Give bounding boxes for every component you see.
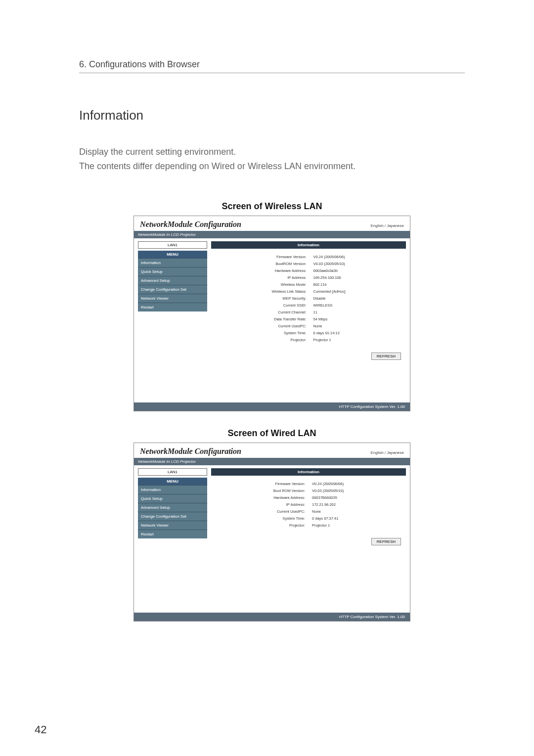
sidebar-item-network-viewer[interactable]: Network Viewer [138, 294, 207, 303]
divider [79, 73, 465, 73]
table-row: Projector:Projector 1 [268, 337, 348, 343]
sidebar-item-change-config[interactable]: Change Configuration Set [138, 512, 207, 521]
information-header: Information [211, 468, 406, 476]
info-value: Projector 1 [309, 522, 347, 528]
refresh-button[interactable]: REFRESH [371, 538, 401, 545]
info-value: V0.03 (2005/05/10) [310, 261, 348, 267]
info-label: Wireless Mode: [268, 281, 309, 287]
info-value: 54 Mbps [310, 316, 348, 322]
language-links[interactable]: English / Japanese [370, 223, 404, 228]
menu-header: MENU [138, 251, 207, 258]
info-label: WEP Security: [268, 295, 309, 301]
info-label: Hardware Address: [270, 494, 308, 500]
info-value: None [310, 323, 348, 329]
refresh-button[interactable]: REFRESH [371, 353, 401, 360]
breadcrumb: 6. Configurations with Browser [79, 59, 465, 70]
info-label: Hardware Address: [268, 267, 309, 273]
info-label: Current UsedPC: [270, 508, 308, 514]
language-links[interactable]: English / Japanese [370, 450, 404, 455]
table-row: Projector:Projector 1 [270, 522, 347, 528]
sidebar-item-quick-setup[interactable]: Quick Setup [138, 494, 207, 503]
table-row: BootROM Version:V0.03 (2005/05/10) [268, 261, 348, 267]
config-title: NetworkModule Configuration [140, 447, 241, 456]
info-value: 11 [310, 309, 348, 315]
info-table-wireless: Firmware Version:V0.24 (2005/06/06)BootR… [267, 253, 349, 344]
section-title: Information [79, 108, 465, 123]
config-title: NetworkModule Configuration [140, 220, 241, 229]
footer-version: HTTP Configuration System Ver. 1.00 [134, 613, 410, 621]
menu-header: MENU [138, 478, 207, 485]
table-row: Firmware Version:V0.24 (2005/06/06) [268, 254, 348, 260]
info-label: Wireless Link Status: [268, 288, 309, 294]
sidebar-item-information[interactable]: Information [138, 258, 207, 267]
info-label: Current SSID: [268, 302, 309, 308]
table-row: Wireless Mode:802.11b [268, 281, 348, 287]
info-label: Data Transfer Rate: [268, 316, 309, 322]
info-label: IP Address: [268, 274, 309, 280]
table-row: Data Transfer Rate:54 Mbps [268, 316, 348, 322]
info-label: System Time: [268, 330, 309, 336]
info-label: Current Channel: [268, 309, 309, 315]
info-label: Projector: [268, 337, 309, 343]
info-value: Disable [310, 295, 348, 301]
table-row: Hardware Address:0003aa0c0a3b [268, 267, 348, 273]
config-subtitle: NetworkModule In LCD Projector [134, 231, 410, 238]
table-row: Firmware Version:V0.24 (2005/06/06) [270, 481, 347, 487]
sidebar-item-change-config[interactable]: Change Configuration Set [138, 285, 207, 294]
info-value: None [309, 508, 347, 514]
sidebar: LAN1 MENU Information Quick Setup Advanc… [138, 241, 207, 398]
table-row: System Time:0 days 01:14:12 [268, 330, 348, 336]
lan-tab[interactable]: LAN1 [138, 468, 207, 476]
intro-line-2: The contents differ depending on Wired o… [79, 161, 465, 172]
table-row: Current UsedPC:None [270, 508, 347, 514]
info-value: 172.21.96.202 [309, 501, 347, 507]
info-label: Boot ROM Version: [270, 488, 308, 493]
table-row: IP Address:172.21.96.202 [270, 501, 347, 507]
footer-version: HTTP Configuration System Ver. 1.00 [134, 402, 410, 411]
config-subtitle: NetworkModule In LCD Projector [134, 458, 410, 465]
info-label: BootROM Version: [268, 261, 309, 267]
sidebar-item-restart[interactable]: Restart [138, 303, 207, 311]
sidebar: LAN1 MENU Information Quick Setup Advanc… [138, 468, 207, 608]
information-header: Information [211, 241, 406, 249]
info-value: 0 days 07:37:41 [309, 515, 347, 521]
info-value: 0003aa0c0a3b [310, 267, 348, 273]
info-value: 802.11b [310, 281, 348, 287]
screenshot-wired: NetworkModule Configuration English / Ja… [134, 443, 410, 622]
sidebar-item-advanced-setup[interactable]: Advanced Setup [138, 276, 207, 285]
table-row: System Time:0 days 07:37:41 [270, 515, 347, 521]
sidebar-item-restart[interactable]: Restart [138, 530, 207, 538]
info-value: 0 days 01:14:12 [310, 330, 348, 336]
info-value: 00037B060035 [309, 494, 347, 500]
info-value: 169.254.100.100 [310, 274, 348, 280]
intro-line-1: Display the current setting environment. [79, 147, 465, 157]
info-value: V0.24 (2005/06/06) [310, 254, 348, 260]
table-row: WEP Security:Disable [268, 295, 348, 301]
info-table-wired: Firmware Version:V0.24 (2005/06/06)Boot … [269, 480, 348, 529]
info-value: Projector 1 [310, 337, 348, 343]
lan-tab[interactable]: LAN1 [138, 241, 207, 249]
sidebar-item-advanced-setup[interactable]: Advanced Setup [138, 503, 207, 512]
table-row: Current UsedPC:None [268, 323, 348, 329]
sidebar-item-network-viewer[interactable]: Network Viewer [138, 521, 207, 530]
table-row: IP Address:169.254.100.100 [268, 274, 348, 280]
sidebar-item-quick-setup[interactable]: Quick Setup [138, 267, 207, 276]
info-label: Firmware Version: [268, 254, 309, 260]
table-row: Current SSID:WIRELESS [268, 302, 348, 308]
table-row: Wireless Link Status:Connected [AdHoc] [268, 288, 348, 294]
info-value: WIRELESS [310, 302, 348, 308]
table-row: Boot ROM Version:V0.03 (2005/05/10) [270, 488, 347, 493]
caption-wireless: Screen of Wireless LAN [79, 201, 465, 212]
screenshot-wireless: NetworkModule Configuration English / Ja… [134, 216, 410, 411]
info-label: Current UsedPC: [268, 323, 309, 329]
info-label: IP Address: [270, 501, 308, 507]
info-value: Connected [AdHoc] [310, 288, 348, 294]
info-label: System Time: [270, 515, 308, 521]
info-value: V0.03 (2005/05/10) [309, 488, 347, 493]
sidebar-item-information[interactable]: Information [138, 485, 207, 494]
info-label: Firmware Version: [270, 481, 308, 487]
table-row: Current Channel:11 [268, 309, 348, 315]
info-label: Projector: [270, 522, 308, 528]
info-value: V0.24 (2005/06/06) [309, 481, 347, 487]
caption-wired: Screen of Wired LAN [79, 428, 465, 439]
